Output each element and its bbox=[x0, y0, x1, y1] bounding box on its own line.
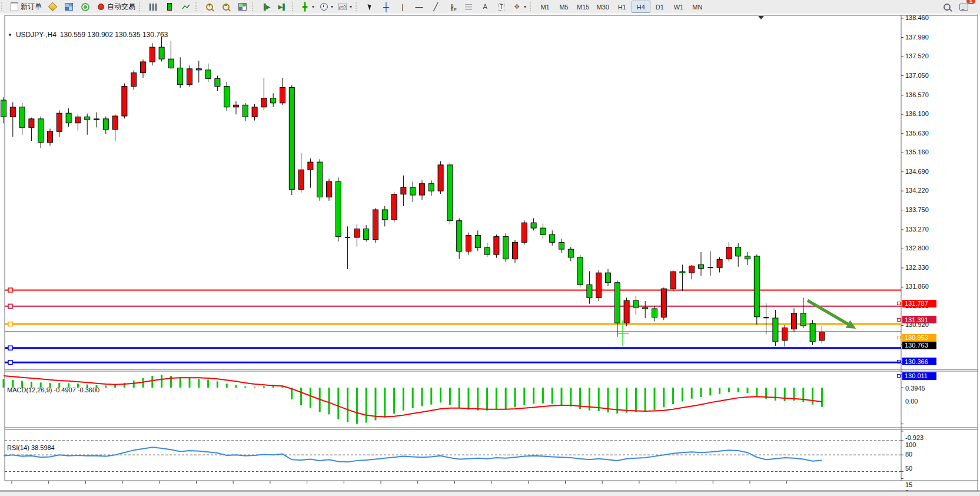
timeframe-button-h4[interactable]: H4 bbox=[632, 1, 650, 13]
search-button[interactable] bbox=[939, 1, 955, 13]
text-label-tool-button[interactable]: T bbox=[493, 1, 510, 13]
toolbar-grip bbox=[1, 2, 5, 11]
fibonacci-icon bbox=[464, 2, 473, 11]
notification-badge: 1 bbox=[966, 0, 975, 4]
price-axis-label: 134.690 bbox=[905, 168, 929, 175]
price-line-tag[interactable]: 131.787 bbox=[902, 300, 936, 307]
search-icon bbox=[942, 2, 952, 11]
vertical-line-tool-button[interactable]: | bbox=[394, 1, 411, 13]
auto-scroll-button[interactable]: ▐▶ bbox=[258, 1, 274, 13]
autotrade-icon bbox=[96, 2, 105, 11]
zoom-out-button[interactable]: − bbox=[218, 1, 234, 13]
timeframe-button-w1[interactable]: W1 bbox=[669, 1, 688, 13]
timeframe-button-m15[interactable]: M15 bbox=[573, 1, 593, 13]
price-tag-handle[interactable] bbox=[897, 318, 901, 322]
market-watch-icon bbox=[64, 2, 74, 11]
ohlc-values: 130.559 130.902 130.535 130.763 bbox=[60, 31, 168, 39]
price-tag-handle[interactable] bbox=[897, 374, 901, 378]
timeframe-button-h1[interactable]: H1 bbox=[613, 1, 632, 13]
timeframe-button-group: M1M5M15M30H1H4D1W1MN bbox=[536, 1, 707, 13]
price-tag-handle[interactable] bbox=[897, 360, 901, 363]
horizontal-line-icon: — bbox=[414, 2, 424, 11]
price-tag-handle[interactable] bbox=[897, 302, 901, 305]
candlestick-icon bbox=[165, 2, 174, 11]
channel-tool-button[interactable]: ∦E bbox=[444, 1, 460, 13]
toolbar-grip bbox=[195, 2, 199, 11]
chart-ohlc-title: ▼ USDJPY-,H4 130.559 130.902 130.535 130… bbox=[8, 31, 168, 39]
price-line-tag[interactable]: 130.011 bbox=[902, 372, 936, 380]
zoom-in-icon: + bbox=[205, 2, 214, 11]
mt4-application-window: 新订单 自动交易 + − ▐▶ ▶▌ ╋▾ ▾ ▾ ┼ | — ╱ ∦E A T… bbox=[0, 0, 980, 496]
price-line-tag[interactable]: 131.391 bbox=[902, 316, 936, 323]
candlestick-chart-button[interactable] bbox=[161, 1, 178, 13]
window-bottom-strip bbox=[0, 491, 980, 496]
fibonacci-tool-button[interactable] bbox=[460, 1, 477, 13]
price-line-tag[interactable]: 130.953 bbox=[902, 334, 936, 342]
line-chart-button[interactable] bbox=[178, 1, 194, 13]
toolbar-grip bbox=[252, 2, 255, 11]
timeframe-button-d1[interactable]: D1 bbox=[650, 1, 669, 13]
market-watch-button[interactable] bbox=[61, 1, 77, 13]
toolbar-grip bbox=[530, 2, 533, 11]
zoom-out-icon: − bbox=[221, 2, 231, 11]
text-label-icon: T bbox=[497, 2, 506, 11]
macd-axis-label: 0.00 bbox=[905, 398, 918, 405]
new-order-button[interactable]: 新订单 bbox=[7, 1, 44, 13]
periods-button[interactable]: ▾ bbox=[317, 1, 335, 13]
rsi-axis-label: 100 bbox=[905, 441, 916, 448]
tile-windows-button[interactable] bbox=[234, 1, 251, 13]
price-axis-label: 136.570 bbox=[905, 91, 929, 98]
cursor-tool-button[interactable] bbox=[361, 1, 378, 13]
text-tool-button[interactable]: A bbox=[477, 1, 493, 13]
chart-shift-button[interactable]: ▶▌ bbox=[274, 1, 291, 13]
template-icon bbox=[338, 2, 347, 11]
cursor-icon bbox=[365, 2, 374, 11]
chevron-down-icon: ▼ bbox=[8, 32, 12, 38]
timeframe-button-mn[interactable]: MN bbox=[688, 1, 707, 13]
price-axis-label: 135.160 bbox=[905, 148, 929, 156]
chat-bubble-icon bbox=[959, 2, 968, 11]
trendline-tool-button[interactable]: ╱ bbox=[427, 1, 444, 13]
notifications-button[interactable]: 1 bbox=[955, 1, 972, 13]
symbol-period-label: USDJPY-,H4 bbox=[16, 31, 57, 39]
toolbar-grip bbox=[356, 2, 359, 11]
auto-scroll-icon: ▐▶ bbox=[261, 2, 271, 11]
toolbar-grip bbox=[139, 2, 142, 11]
crosshair-tool-button[interactable]: ┼ bbox=[378, 1, 394, 13]
bar-chart-icon bbox=[148, 2, 158, 11]
price-line-tag[interactable]: 130.366 bbox=[902, 358, 936, 365]
price-axis-label: 137.990 bbox=[905, 34, 929, 41]
shapes-tool-button[interactable]: ✥▾ bbox=[510, 1, 529, 13]
shapes-icon: ✥ bbox=[512, 2, 521, 11]
rsi-axis-label: 80 bbox=[905, 451, 912, 458]
vertical-line-icon: | bbox=[398, 2, 407, 11]
clock-icon bbox=[319, 2, 328, 11]
price-tag-handle[interactable] bbox=[897, 336, 901, 339]
toolbar-grip bbox=[292, 2, 295, 11]
rsi-axis-label: 50 bbox=[905, 465, 912, 472]
zoom-in-button[interactable]: + bbox=[201, 1, 218, 13]
bar-chart-button[interactable] bbox=[145, 1, 161, 13]
new-order-icon bbox=[9, 2, 19, 11]
charts-cascade-button[interactable] bbox=[44, 1, 61, 13]
horizontal-line-tool-button[interactable]: — bbox=[411, 1, 427, 13]
timeframe-button-m1[interactable]: M1 bbox=[536, 1, 554, 13]
macd-axis-label: -0.923 bbox=[905, 434, 923, 441]
chevron-down-icon: ▾ bbox=[312, 4, 314, 9]
new-order-label: 新订单 bbox=[21, 2, 42, 12]
chart-window[interactable]: ▼ USDJPY-,H4 130.559 130.902 130.535 130… bbox=[0, 14, 980, 492]
equidistant-channel-icon: ∦E bbox=[447, 2, 457, 11]
add-indicator-button[interactable]: ╋▾ bbox=[298, 1, 317, 13]
autotrade-button[interactable]: 自动交易 bbox=[94, 1, 138, 13]
text-icon: A bbox=[480, 2, 490, 11]
trendline-icon: ╱ bbox=[431, 2, 440, 11]
price-line-tag[interactable]: 130.763 bbox=[902, 342, 936, 349]
price-axis-label: 131.860 bbox=[905, 283, 929, 290]
price-axis-label: 132.330 bbox=[905, 264, 929, 271]
price-axis-label: 133.750 bbox=[905, 206, 929, 213]
templates-button[interactable]: ▾ bbox=[335, 1, 354, 13]
macd-axis-label: 0.3945 bbox=[905, 385, 925, 392]
timeframe-button-m5[interactable]: M5 bbox=[554, 1, 573, 13]
timeframe-button-m30[interactable]: M30 bbox=[593, 1, 612, 13]
signals-button[interactable] bbox=[77, 1, 94, 13]
